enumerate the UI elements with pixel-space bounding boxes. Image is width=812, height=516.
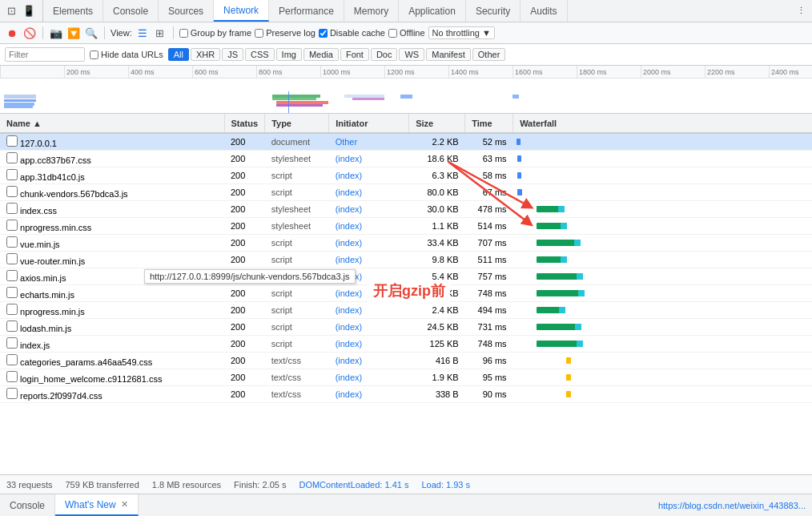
row-checkbox[interactable] [6, 371, 18, 382]
col-header-size[interactable]: Size [409, 114, 465, 133]
row-checkbox[interactable] [6, 169, 18, 180]
close-whatsnew[interactable]: ✕ [121, 499, 128, 510]
col-header-time[interactable]: Time [465, 114, 513, 133]
row-checkbox[interactable] [6, 186, 18, 197]
table-row[interactable]: chunk-vendors.567bdca3.js200script(index… [0, 183, 812, 200]
table-row[interactable]: app.31db41c0.js200script(index)6.3 KB58 … [0, 167, 812, 183]
mobile-icon[interactable]: 📱 [20, 3, 38, 18]
record-btn[interactable]: ⏺ [5, 26, 19, 40]
resources-size: 1.8 MB resources [152, 480, 221, 490]
bottom-tab-whatsnew[interactable]: What's New ✕ [55, 494, 139, 516]
filter-other[interactable]: Other [472, 48, 506, 61]
list-view-btn[interactable]: ☰ [135, 26, 150, 40]
table-row[interactable]: reports.2f0997d4.css200text/css(index)33… [0, 385, 812, 402]
col-header-status[interactable]: Status [224, 114, 265, 133]
timeline-ruler: 200 ms 400 ms 600 ms 800 ms 1000 ms 1200… [0, 66, 812, 79]
tab-security[interactable]: Security [466, 0, 521, 22]
annotation-label: 开启gzip前 [368, 280, 450, 302]
more-tools[interactable]: ⋮ [790, 0, 812, 22]
annotation-tooltip: http://127.0.0.1:8999/js/chunk-vendors.5… [144, 269, 356, 284]
tab-application[interactable]: Application [399, 0, 466, 22]
hide-data-urls-check[interactable]: Hide data URLs [90, 50, 163, 59]
ruler-0 [0, 66, 64, 78]
preserve-log-check[interactable]: Preserve log [255, 28, 316, 38]
tab-audits[interactable]: Audits [521, 0, 567, 22]
ruler-400: 400 ms [128, 66, 192, 78]
table-header-row: Name ▲ Status Type Initiator Size Time W… [0, 114, 812, 133]
filter-doc[interactable]: Doc [371, 48, 398, 61]
ruler-2200: 2200 ms [705, 66, 769, 78]
table-row[interactable]: app.cc837b67.css200stylesheet(index)18.6… [0, 150, 812, 167]
row-checkbox[interactable] [6, 320, 18, 332]
dock-icon[interactable]: ⊡ [5, 3, 18, 18]
row-checkbox[interactable] [6, 304, 18, 315]
row-checkbox[interactable] [6, 337, 18, 349]
table-row[interactable]: nprogress.min.css200stylesheet(index)1.1… [0, 217, 812, 234]
filter-js[interactable]: JS [222, 48, 243, 61]
tab-bar: ⊡ 📱 Elements Console Sources Network Per… [0, 0, 812, 22]
divider-3 [173, 26, 174, 39]
filter-manifest[interactable]: Manifest [426, 48, 471, 61]
row-checkbox[interactable] [6, 270, 18, 281]
filter-type-buttons: All XHR JS CSS Img Media Font Doc WS Man… [168, 48, 506, 61]
ruler-1000: 1000 ms [320, 66, 384, 78]
filter-img[interactable]: Img [276, 48, 302, 61]
network-toolbar: ⏺ 🚫 📷 🔽 🔍 View: ☰ ⊞ Group by frame Prese… [0, 22, 812, 44]
row-checkbox[interactable] [6, 354, 18, 365]
group-by-frame-check[interactable]: Group by frame [179, 28, 251, 38]
row-checkbox[interactable] [6, 388, 18, 399]
filter-all[interactable]: All [168, 48, 189, 61]
col-header-waterfall[interactable]: Waterfall [513, 114, 812, 133]
row-checkbox[interactable] [6, 287, 18, 298]
bottom-bar-url[interactable]: https://blog.csdn.net/weixin_443883... [652, 501, 812, 510]
devtools-controls: ⊡ 📱 [0, 0, 43, 22]
table-row[interactable]: categories_params.a46aa549.css200text/cs… [0, 352, 812, 369]
offline-check[interactable]: Offline [388, 28, 425, 38]
ruler-2000: 2000 ms [641, 66, 705, 78]
row-checkbox[interactable] [6, 135, 18, 147]
table-row[interactable]: index.js200script(index)125 KB748 ms [0, 335, 812, 352]
ruler-600: 600 ms [192, 66, 256, 78]
filter-input[interactable] [5, 47, 85, 62]
table-row[interactable]: vue.min.js200script(index)33.4 KB707 ms [0, 234, 812, 251]
row-checkbox[interactable] [6, 236, 18, 248]
tab-memory[interactable]: Memory [344, 0, 399, 22]
disable-cache-check[interactable]: Disable cache [319, 28, 385, 38]
tab-console[interactable]: Console [103, 0, 159, 22]
row-checkbox[interactable] [6, 203, 18, 214]
col-header-name[interactable]: Name ▲ [0, 114, 224, 133]
row-checkbox[interactable] [6, 152, 18, 163]
throttling-select[interactable]: No throttling ▼ [428, 26, 495, 39]
table-row[interactable]: index.css200stylesheet(index)30.0 KB478 … [0, 200, 812, 217]
filter-ws[interactable]: WS [399, 48, 424, 61]
filter-media[interactable]: Media [303, 48, 339, 61]
filter-css[interactable]: CSS [245, 48, 275, 61]
camera-btn[interactable]: 📷 [49, 26, 63, 40]
requests-count: 33 requests [6, 480, 52, 490]
filter-font[interactable]: Font [340, 48, 369, 61]
ruler-1800: 1800 ms [577, 66, 641, 78]
filter-btn-icon[interactable]: 🔽 [66, 26, 81, 40]
load-time: Load: 1.93 s [421, 480, 470, 490]
table-row[interactable]: vue-router.min.js200script(index)9.8 KB5… [0, 251, 812, 268]
col-header-type[interactable]: Type [265, 114, 329, 133]
table-row[interactable]: login_home_welcome.c9112681.css200text/c… [0, 369, 812, 385]
row-checkbox[interactable] [6, 220, 18, 231]
tab-sources[interactable]: Sources [159, 0, 214, 22]
ruler-1200: 1200 ms [384, 66, 448, 78]
grouped-view-btn[interactable]: ⊞ [153, 26, 167, 40]
table-row[interactable]: lodash.min.js200script(index)24.5 KB731 … [0, 318, 812, 335]
clear-btn[interactable]: 🚫 [22, 26, 37, 40]
filter-xhr[interactable]: XHR [191, 48, 220, 61]
tab-performance[interactable]: Performance [269, 0, 344, 22]
table-row[interactable]: 127.0.0.1200documentOther2.2 KB52 ms [0, 133, 812, 150]
table-row[interactable]: nprogress.min.js200script(index)2.4 KB49… [0, 301, 812, 318]
bottom-tab-console[interactable]: Console [0, 494, 55, 516]
tab-network[interactable]: Network [214, 0, 269, 22]
tab-elements[interactable]: Elements [43, 0, 103, 22]
col-header-initiator[interactable]: Initiator [329, 114, 409, 133]
ruler-1600: 1600 ms [513, 66, 577, 78]
transferred-size: 759 KB transferred [65, 480, 139, 490]
row-checkbox[interactable] [6, 253, 18, 264]
search-btn[interactable]: 🔍 [84, 26, 98, 40]
